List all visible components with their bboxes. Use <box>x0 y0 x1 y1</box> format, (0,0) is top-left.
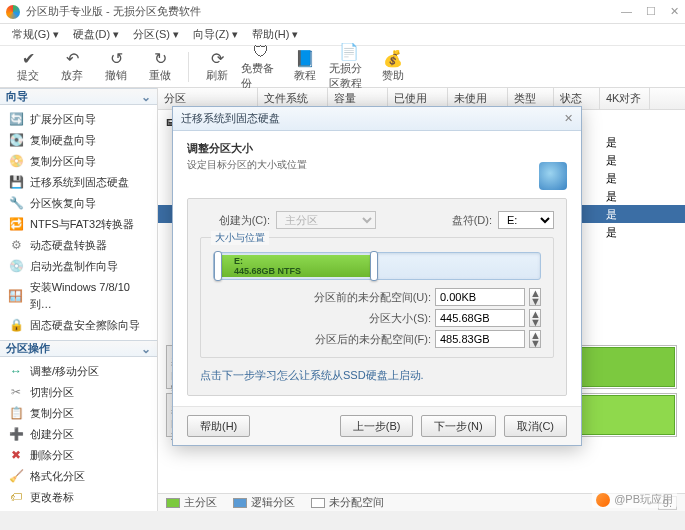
drive-letter-select[interactable]: E: <box>498 211 554 229</box>
nav-item-label: 迁移系统到固态硬盘 <box>30 174 129 191</box>
menu-item[interactable]: 硬盘(D) ▾ <box>67 25 125 44</box>
minimize-button[interactable]: — <box>621 5 632 18</box>
slider-handle-right[interactable] <box>370 251 378 281</box>
partition-size-label: 分区大小(S): <box>301 311 431 326</box>
toolbar-icon: ✔ <box>22 50 35 68</box>
nav-item[interactable]: 💾迁移系统到固态硬盘 <box>0 172 157 193</box>
nav-item-icon: 📀 <box>8 154 24 170</box>
slider-handle-left[interactable] <box>214 251 222 281</box>
toolbar-icon: ↶ <box>66 50 79 68</box>
nav-item-label: 切割分区 <box>30 384 74 401</box>
wizard-panel-header[interactable]: 向导 ⌄ <box>0 88 157 105</box>
dialog-titlebar: 迁移系统到固态硬盘 ✕ <box>173 107 581 131</box>
nav-item-icon: 🏷 <box>8 490 24 506</box>
create-as-label: 创建为(C): <box>200 213 270 228</box>
close-button[interactable]: ✕ <box>670 5 679 18</box>
legend-unalloc: 未分配空间 <box>311 495 384 510</box>
help-button[interactable]: 帮助(H) <box>187 415 250 437</box>
nav-item[interactable]: ↔调整/移动分区 <box>0 361 157 382</box>
nav-item-icon: 💾 <box>8 175 24 191</box>
nav-item-label: 固态硬盘安全擦除向导 <box>30 317 140 334</box>
space-before-input[interactable] <box>435 288 525 306</box>
menu-item[interactable]: 常规(G) ▾ <box>6 25 65 44</box>
nav-item-icon: ⚙ <box>8 238 24 254</box>
partition-slider[interactable]: E: 445.68GB NTFS <box>213 252 541 280</box>
create-as-select: 主分区 <box>276 211 376 229</box>
nav-item[interactable]: 🔒固态硬盘安全擦除向导 <box>0 315 157 336</box>
toolbar-icon: 📘 <box>295 50 315 68</box>
nav-item-icon: 🔒 <box>8 318 24 334</box>
nav-item-icon: 🪟 <box>8 288 24 304</box>
wizard-list: 🔄扩展分区向导💽复制硬盘向导📀复制分区向导💾迁移系统到固态硬盘🔧分区恢复向导🔁N… <box>0 105 157 340</box>
nav-item-icon: 📋 <box>8 406 24 422</box>
toolbar-放弃[interactable]: ↶放弃 <box>52 48 92 86</box>
titlebar: 分区助手专业版 - 无损分区免费软件 — ☐ ✕ <box>0 0 685 24</box>
maximize-button[interactable]: ☐ <box>646 5 656 18</box>
column-header[interactable]: 4K对齐 <box>600 88 650 109</box>
nav-item[interactable]: 🪟安装Windows 7/8/10到… <box>0 277 157 315</box>
nav-item-icon: ↔ <box>8 364 24 380</box>
weibo-icon <box>596 493 610 507</box>
spinner[interactable]: ▲▼ <box>529 309 541 327</box>
nav-item[interactable]: 🔧分区恢复向导 <box>0 193 157 214</box>
nav-item-icon: 🧹 <box>8 469 24 485</box>
nav-item-icon: ✖ <box>8 448 24 464</box>
nav-item[interactable]: 📀复制分区向导 <box>0 151 157 172</box>
nav-item[interactable]: ✖删除分区 <box>0 445 157 466</box>
nav-item-icon: 🔤 <box>8 511 24 512</box>
nav-item-label: 启动光盘制作向导 <box>30 258 118 275</box>
partition-size-input[interactable] <box>435 309 525 327</box>
spinner[interactable]: ▲▼ <box>529 288 541 306</box>
nav-item[interactable]: ⚙动态硬盘转换器 <box>0 235 157 256</box>
toolbar-icon: ↺ <box>110 50 123 68</box>
menu-item[interactable]: 帮助(H) ▾ <box>246 25 304 44</box>
nav-item-icon: 🔧 <box>8 196 24 212</box>
wizard-panel-title: 向导 <box>6 89 28 104</box>
collapse-icon: ⌄ <box>141 90 151 104</box>
toolbar-刷新[interactable]: ⟳刷新 <box>197 48 237 86</box>
next-button[interactable]: 下一步(N) <box>421 415 495 437</box>
space-after-input[interactable] <box>435 330 525 348</box>
nav-item-label: 复制硬盘向导 <box>30 132 96 149</box>
resize-dialog: 迁移系统到固态硬盘 ✕ 调整分区大小 设定目标分区的大小或位置 创建为(C): … <box>172 106 582 446</box>
toolbar-免费备份[interactable]: 🛡免费备份 <box>241 48 281 86</box>
nav-item-label: 更改盘符 <box>30 510 74 511</box>
toolbar-提交[interactable]: ✔提交 <box>8 48 48 86</box>
nav-item[interactable]: 💿启动光盘制作向导 <box>0 256 157 277</box>
nav-item[interactable]: 🏷更改卷标 <box>0 487 157 508</box>
dialog-hint: 点击下一步学习怎么让系统从SSD硬盘上启动. <box>200 368 554 383</box>
nav-item-icon: 💿 <box>8 259 24 275</box>
ops-list: ↔调整/移动分区✂切割分区📋复制分区➕创建分区✖删除分区🧹格式化分区🏷更改卷标🔤… <box>0 357 157 511</box>
toolbar-separator <box>188 52 189 82</box>
left-sidebar: 向导 ⌄ 🔄扩展分区向导💽复制硬盘向导📀复制分区向导💾迁移系统到固态硬盘🔧分区恢… <box>0 88 158 511</box>
nav-item-label: 扩展分区向导 <box>30 111 96 128</box>
dialog-title: 迁移系统到固态硬盘 <box>181 111 280 126</box>
nav-item-icon: 🔄 <box>8 112 24 128</box>
spinner[interactable]: ▲▼ <box>529 330 541 348</box>
legend-primary: 主分区 <box>166 495 217 510</box>
ops-panel-header[interactable]: 分区操作 ⌄ <box>0 340 157 357</box>
toolbar-撤销[interactable]: ↺撤销 <box>96 48 136 86</box>
nav-item[interactable]: 🔄扩展分区向导 <box>0 109 157 130</box>
toolbar-赞助[interactable]: 💰赞助 <box>373 48 413 86</box>
cancel-button[interactable]: 取消(C) <box>504 415 567 437</box>
toolbar-教程[interactable]: 📘教程 <box>285 48 325 86</box>
nav-item[interactable]: 📋复制分区 <box>0 403 157 424</box>
toolbar-重做[interactable]: ↻重做 <box>140 48 180 86</box>
toolbar: ✔提交↶放弃↺撤销↻重做⟳刷新🛡免费备份📘教程📄无损分区教程💰赞助 <box>0 46 685 88</box>
nav-item[interactable]: ➕创建分区 <box>0 424 157 445</box>
app-logo-icon <box>6 5 20 19</box>
nav-item[interactable]: 💽复制硬盘向导 <box>0 130 157 151</box>
nav-item-label: 复制分区 <box>30 405 74 422</box>
nav-item[interactable]: ✂切割分区 <box>0 382 157 403</box>
toolbar-无损分区教程[interactable]: 📄无损分区教程 <box>329 48 369 86</box>
nav-item[interactable]: 🔁NTFS与FAT32转换器 <box>0 214 157 235</box>
back-button[interactable]: 上一步(B) <box>340 415 414 437</box>
menu-item[interactable]: 分区(S) ▾ <box>127 25 185 44</box>
nav-item[interactable]: 🔤更改盘符 <box>0 508 157 511</box>
nav-item-label: 格式化分区 <box>30 468 85 485</box>
window-title: 分区助手专业版 - 无损分区免费软件 <box>26 4 621 19</box>
dialog-close-icon[interactable]: ✕ <box>564 112 573 125</box>
nav-item[interactable]: 🧹格式化分区 <box>0 466 157 487</box>
menu-item[interactable]: 向导(Z) ▾ <box>187 25 244 44</box>
